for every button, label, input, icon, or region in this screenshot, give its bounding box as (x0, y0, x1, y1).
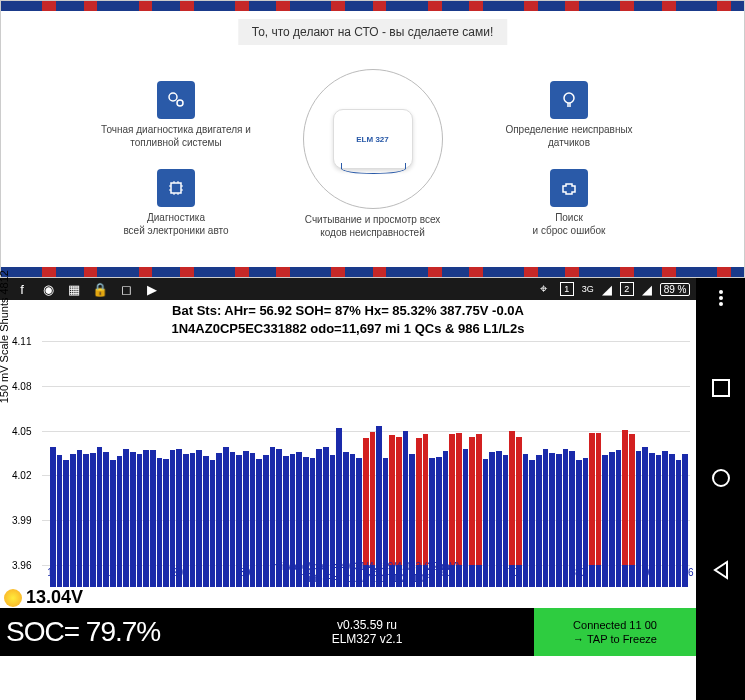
cell-bar (236, 455, 242, 565)
svg-point-1 (177, 100, 183, 106)
leafspy-app-screen[interactable]: Bat Sts: AHr= 56.92 SOH= 87% Hx= 85.32% … (0, 300, 696, 700)
decorative-stripe-top (1, 1, 744, 11)
cell-bar (290, 454, 296, 565)
cell-bar (57, 455, 63, 565)
cell-bar (589, 433, 595, 565)
feature-text: Определение неисправных датчиков (489, 123, 649, 149)
cell-bar (310, 458, 316, 566)
cell-bar (143, 450, 149, 565)
viber-icon[interactable]: ◉ (40, 281, 56, 297)
soc-readout[interactable]: SOC= 79.7% (0, 608, 200, 656)
ad-device-circle: ELM 327 (303, 69, 443, 209)
cell-bar (130, 452, 136, 565)
sim2-indicator: 2 (620, 282, 634, 296)
bulb-icon[interactable] (4, 589, 22, 607)
cell-bar (396, 437, 402, 565)
cell-bar (523, 454, 529, 565)
battery-stats-header: Bat Sts: AHr= 56.92 SOH= 87% Hx= 85.32% … (0, 300, 696, 337)
lock-icon: 🔒 (92, 281, 108, 297)
cell-bar (210, 460, 216, 565)
engine-icon (550, 169, 588, 207)
cell-bar (263, 455, 269, 565)
aux-voltage-row: 13.04V (0, 587, 696, 608)
cell-bar (656, 455, 662, 565)
battery-percentage: 89 % (660, 283, 691, 296)
cell-bar (336, 428, 342, 565)
ad-center-caption: Считывание и просмотр всехкодов неисправ… (273, 213, 473, 239)
cell-bar (509, 431, 515, 565)
cell-bar (549, 453, 555, 566)
cell-bar (117, 456, 123, 565)
cell-bar (190, 453, 196, 565)
network-type: 3G (582, 284, 594, 294)
version-info[interactable]: v0.35.59 ru ELM327 v2.1 (200, 608, 534, 656)
cell-bar (669, 454, 675, 565)
cell-bar (429, 458, 435, 565)
feature-text: Диагностикавсей электроники авто (123, 211, 228, 237)
cell-bar (196, 450, 202, 566)
cell-bar (609, 452, 615, 565)
cell-bar (489, 452, 495, 565)
advertisement-panel: То, что делают на СТО - вы сделаете сами… (0, 0, 745, 278)
cell-bar (576, 460, 582, 566)
cell-bar (596, 433, 602, 565)
y-axis-label: 150 mV Scale Shunts 4812 (0, 270, 10, 403)
cell-bar (270, 447, 276, 565)
cell-bar (250, 453, 256, 565)
signal-icon-2: ◢ (642, 282, 652, 297)
recent-apps-button[interactable] (712, 379, 730, 397)
cell-bar (90, 453, 96, 565)
bat-stats-line1: Bat Sts: AHr= 56.92 SOH= 87% Hx= 85.32% … (0, 302, 696, 320)
back-button[interactable] (711, 560, 731, 580)
home-button[interactable] (712, 469, 730, 487)
cell-bar (150, 450, 156, 565)
bulb-icon (550, 81, 588, 119)
gears-icon (157, 81, 195, 119)
cell-bar (363, 438, 369, 565)
facebook-icon[interactable]: f (14, 281, 30, 297)
cell-bar (103, 452, 109, 565)
ad-headline: То, что делают на СТО - вы сделаете сами… (238, 19, 507, 45)
signal-icon-1: ◢ (602, 282, 612, 297)
cell-bar (183, 454, 189, 565)
feature-text: Точная диагностика двигателя и топливной… (96, 123, 256, 149)
cell-bar (50, 447, 56, 565)
device-label: ELM 327 (356, 135, 388, 144)
cell-bar (536, 455, 542, 565)
feature-bottom-left: Диагностикавсей электроники авто (96, 169, 256, 237)
cell-bar (343, 452, 349, 565)
cell-bar (483, 459, 489, 565)
cell-bar (456, 433, 462, 566)
feature-top-left: Точная диагностика двигателя и топливной… (96, 81, 256, 149)
app-icon[interactable]: ▦ (66, 281, 82, 297)
bluetooth-icon: ⌖ (536, 281, 552, 297)
cell-bar (389, 435, 395, 565)
feature-text: Поиски сброс ошибок (533, 211, 606, 237)
cell-voltage-chart[interactable]: 150 mV Scale Shunts 4812 3.963.994.024.0… (42, 341, 690, 587)
cell-bar (662, 451, 668, 566)
svg-point-2 (564, 93, 574, 103)
cell-bar (110, 460, 116, 565)
youtube-icon[interactable]: ▶ (144, 281, 160, 297)
connection-status-button[interactable]: Connected 11 00 → TAP to Freeze (534, 608, 696, 656)
cell-bar (316, 449, 322, 566)
cell-bar (622, 430, 628, 566)
aux-voltage-value: 13.04V (26, 587, 83, 608)
cell-bar (243, 451, 249, 565)
cell-bar (602, 455, 608, 565)
cell-bar (563, 449, 569, 565)
cell-bar (276, 449, 282, 565)
cell-bar (503, 455, 509, 565)
android-status-bar: f ◉ ▦ 🔒 ◻ ▶ ⌖ 1 3G ◢ 2 ◢ 89 % 15:12 (0, 278, 745, 300)
sim1-indicator: 1 (560, 282, 574, 296)
feature-top-right: Определение неисправных датчиков (489, 81, 649, 149)
overflow-menu-icon[interactable] (719, 290, 723, 306)
cell-bar (137, 454, 143, 565)
cell-bar (230, 452, 236, 565)
chart-stats-overlay: min/avg/max = 4.031/4.039/4.053 (22 mV) … (272, 561, 459, 585)
cell-bar (403, 431, 409, 565)
cell-bar (256, 459, 262, 565)
cell-bar (409, 454, 415, 565)
cell-bar (296, 452, 302, 566)
instagram-icon[interactable]: ◻ (118, 281, 134, 297)
